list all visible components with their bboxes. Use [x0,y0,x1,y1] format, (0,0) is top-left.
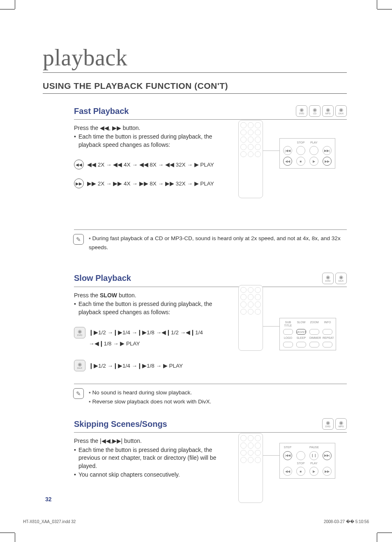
fast-bullet: Each time the button is pressed during p… [74,133,226,149]
rewind-icon: ◀◀ [283,157,292,166]
blank-icon [296,451,305,460]
stop-icon: ■ [296,157,305,166]
callout-label: LOGO [283,336,293,340]
play-icon: ▶ [309,157,318,166]
forward-icon: ▶▶ [74,178,84,188]
forward-sequence: ▶▶ 2X → ▶▶ 4X → ▶▶ 8X → ▶▶ 32X → ▶ PLAY [87,180,214,187]
skip-bullet-1: Each time the button is pressed during p… [74,446,226,470]
blank-icon [296,146,305,155]
fast-bullet-text: Each time the button is pressed during p… [78,133,226,149]
slow-callout-btn [283,342,293,347]
slow-note-list: No sound is heard during slow playback. … [89,388,211,406]
section-heading: USING THE PLAYBACK FUNCTION (CON'T) [43,81,347,94]
callout-label: INFO [323,321,332,328]
disc-indicators: DVD MP3 [322,418,347,430]
callout-line [263,151,279,151]
note-icon: ✎ [73,234,84,245]
slow-press-suffix: button. [117,292,136,299]
disc-mp3: MP3 [322,105,334,117]
slow-callout-btn [323,342,332,347]
callout-label [283,462,292,465]
disc-divx: DivX [335,273,347,284]
disc-mp3: MP3 [335,418,347,430]
disc-divx-small: DivX [74,360,85,371]
rewind-sequence: ◀◀ 2X → ◀◀ 4X → ◀◀ 8X → ◀◀ 32X → ▶ PLAY [87,161,214,168]
fast-press-text: Press the ◀◀, ▶▶ button. [74,124,226,132]
slow-bullet: Each time the button is pressed during p… [74,300,226,316]
callout-line [263,326,279,327]
slow-press-prefix: Press the [74,292,100,299]
slow-playback-title: Slow Playback [74,273,131,283]
callout-label: PLAY [309,462,318,465]
blank-icon [309,146,318,155]
slow-callout-btn [323,329,332,335]
slow-press-bold: SLOW [100,292,117,299]
note-icon: ✎ [73,388,84,399]
slow-press-text: Press the SLOW button. [74,291,226,299]
slow-callout-btn [283,329,293,335]
callout-label [323,446,332,449]
fast-note-list: During fast playback of a CD or MP3-CD, … [89,234,347,252]
slow-playback-section: Slow Playback DVD DivX Press the SLOW bu… [74,273,347,406]
callout-label: REPEAT [323,336,332,340]
remote-diagram [238,285,263,351]
dvd-slow-sequence: ❙▶1/2 →❙▶1/4 →❙▶1/8 →◀❙1/2 →◀❙1/4 →◀❙1/8… [89,327,224,349]
crop-mark [377,533,377,542]
callout-label: PLAY [309,141,318,144]
callout-label: SUB TITLE [283,321,293,328]
crop-mark [0,533,15,533]
skip-bullet-1-text: Each time the button is pressed during p… [78,446,226,470]
disc-indicators: DVD DivX [322,273,347,284]
footer-right: 2008-03-27 �� 5:10:56 [324,519,369,524]
manual-page: playback USING THE PLAYBACK FUNCTION (CO… [0,0,392,542]
disc-cd: CD [309,105,321,117]
skip-press-text: Press the |◀◀,▶▶| button. [74,437,226,445]
slow-callout-btn [296,342,306,347]
callout-label [323,141,332,144]
callout-label: STEP [283,446,292,449]
remote-diagram [238,433,263,503]
remote-callout: STOP PLAY |◀◀ ▶▶| ◀◀ ■ ▶ ▶▶ [279,138,335,169]
fast-playback-title: Fast Playback [74,107,129,116]
skipping-section: Skipping Scenes/Songs DVD MP3 Press the … [74,418,347,479]
divx-slow-sequence: ❙▶1/2 →❙▶1/4 →❙▶1/8 → ▶ PLAY [89,362,183,369]
fast-note: During fast playback of a CD or MP3-CD, … [89,234,347,252]
slow-note-row: ✎ No sound is heard during slow playback… [74,384,347,406]
callout-label: PAUSE [309,446,318,449]
remote-callout: SUB TITLE SLOW ZOOM INFO MO/ST LOGO SLEE… [279,318,336,350]
forward-icon: ▶▶ [323,467,332,476]
next-icon: ▶▶| [323,451,332,460]
disc-indicators: DVD CD MP3 DivX [296,105,347,117]
remote-callout: STEP PAUSE |◀◀ ❙❙ ▶▶| STOP PLAY [279,443,335,479]
prev-icon: |◀◀ [283,146,292,155]
prev-icon: |◀◀ [283,451,292,460]
callout-line [263,455,279,456]
crop-mark [15,0,15,9]
callout-label [283,141,292,144]
crop-mark [15,533,15,542]
remote-diagram [238,120,263,198]
crop-mark [0,9,15,9]
rewind-icon: ◀◀ [283,467,292,476]
skip-bullet-2-text: You cannot skip chapters consecutively. [78,471,180,479]
footer-left: HT-X810_XAA_0327.indd 32 [23,519,76,524]
callout-label: STOP [296,462,305,465]
slow-bullet-text: Each time the button is pressed during p… [78,300,226,316]
slow-note-2: Reverse slow playback does not work with… [89,397,211,406]
callout-label [323,462,332,465]
callout-label: DIMMER [309,336,319,340]
disc-dvd-small: DVD [74,327,85,338]
callout-label [296,446,305,449]
divx-slow-seq-row: DivX ❙▶1/2 →❙▶1/4 →❙▶1/8 → ▶ PLAY [74,360,347,371]
fast-playback-section: Fast Playback DVD CD MP3 DivX Press the … [74,105,347,252]
callout-label: ZOOM [309,321,319,328]
next-icon: ▶▶| [323,146,332,155]
disc-divx: DivX [335,105,347,117]
callout-label: SLOW [296,321,306,328]
page-content: playback USING THE PLAYBACK FUNCTION (CO… [43,44,347,491]
crop-mark [377,9,392,9]
skip-bullet-2: You cannot skip chapters consecutively. [74,471,226,479]
rewind-icon: ◀◀ [74,160,84,169]
fast-note-row: ✎ During fast playback of a CD or MP3-CD… [74,229,347,252]
forward-icon: ▶▶ [323,157,332,166]
